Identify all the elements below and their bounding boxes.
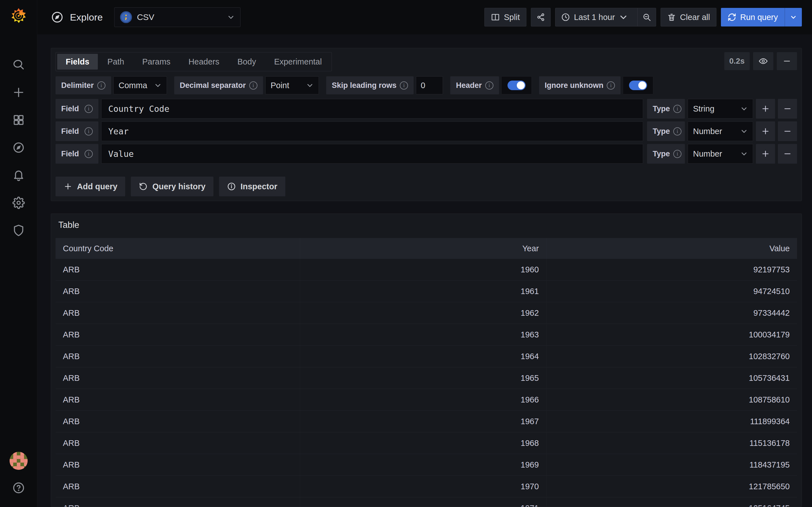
split-button[interactable]: Split <box>485 8 526 26</box>
plus-icon <box>761 127 770 136</box>
table-row: ARB196092197753 <box>56 259 797 281</box>
grafana-logo[interactable] <box>10 7 28 25</box>
table-row: ARB196297334442 <box>56 302 797 324</box>
table-cell: 1969 <box>300 454 546 475</box>
table-cell: 125164745 <box>546 497 797 507</box>
configuration-gear-icon[interactable] <box>12 196 26 210</box>
explore-content: FieldsPathParamsHeadersBodyExperimental … <box>37 34 812 507</box>
field-name-input[interactable] <box>101 144 643 164</box>
inspector-button[interactable]: Inspector <box>219 177 285 196</box>
type-label: Type <box>647 121 685 141</box>
collapse-query-button[interactable] <box>777 52 797 70</box>
column-header-country-code[interactable]: Country Code <box>56 238 300 259</box>
explore-compass-icon[interactable] <box>12 141 26 154</box>
header-toggle[interactable] <box>501 76 532 94</box>
decimal-separator-select[interactable]: Point <box>265 76 319 94</box>
info-icon <box>607 81 615 90</box>
zoom-out-time-button[interactable] <box>638 8 656 26</box>
field-type-select[interactable]: Number <box>688 121 753 141</box>
delimiter-select[interactable]: Comma <box>113 76 167 94</box>
minus-icon <box>782 57 792 66</box>
remove-field-button[interactable] <box>778 99 797 119</box>
run-query-options-button[interactable] <box>784 8 802 26</box>
tab-params[interactable]: Params <box>134 54 179 69</box>
table-cell: 111899364 <box>546 411 797 432</box>
table-cell: ARB <box>56 389 300 410</box>
add-field-button[interactable] <box>756 121 775 141</box>
tab-fields[interactable]: Fields <box>57 54 98 69</box>
table-cell: 1967 <box>300 411 546 432</box>
chevron-down-icon <box>306 82 313 89</box>
field-name-input[interactable] <box>101 99 643 119</box>
table-cell: 1964 <box>300 346 546 367</box>
skip-leading-rows-label: Skip leading rows <box>326 76 414 94</box>
info-icon <box>673 127 681 135</box>
page-title: Explore <box>70 12 103 23</box>
field-row: Field Type Number <box>56 144 797 164</box>
user-avatar[interactable] <box>10 452 28 470</box>
remove-field-button[interactable] <box>778 121 797 141</box>
minus-icon <box>783 149 792 158</box>
create-plus-icon[interactable] <box>12 86 26 99</box>
table-cell: 1971 <box>300 497 546 507</box>
plus-icon <box>761 104 770 113</box>
table-header-row: Country CodeYearValue <box>56 238 797 259</box>
table-row: ARB1970121785650 <box>56 476 797 497</box>
field-row: Field Type Number <box>56 121 797 141</box>
clock-icon <box>561 13 570 22</box>
field-type-select[interactable]: Number <box>688 144 753 164</box>
type-label: Type <box>647 99 685 119</box>
clear-all-button[interactable]: Clear all <box>661 8 716 26</box>
query-tools: 0.2s <box>724 52 797 70</box>
table-cell: 105736431 <box>546 367 797 389</box>
clear-all-label: Clear all <box>680 13 710 22</box>
tab-experimental[interactable]: Experimental <box>266 54 330 69</box>
share-button[interactable] <box>531 8 551 26</box>
app-root: Explore ; CSV Split Las <box>0 0 812 507</box>
chevron-down-icon <box>741 105 748 112</box>
query-duration-badge: 0.2s <box>724 52 750 70</box>
table-row: ARB1965105736431 <box>56 367 797 389</box>
info-circle-icon <box>227 182 236 191</box>
help-icon[interactable] <box>12 481 26 495</box>
alerting-bell-icon[interactable] <box>12 168 26 182</box>
table-cell: 1970 <box>300 476 546 497</box>
field-row: Field Type String <box>56 99 797 119</box>
topbar: Explore ; CSV Split Las <box>37 0 812 34</box>
tab-headers[interactable]: Headers <box>180 54 228 69</box>
remove-field-button[interactable] <box>778 144 797 164</box>
chevron-down-icon <box>619 13 628 22</box>
table-cell: ARB <box>56 411 300 432</box>
column-header-year[interactable]: Year <box>300 238 546 259</box>
add-field-button[interactable] <box>756 144 775 164</box>
tab-path[interactable]: Path <box>99 54 133 69</box>
info-icon <box>85 127 93 135</box>
datasource-picker[interactable]: ; CSV <box>114 7 241 27</box>
field-type-select[interactable]: String <box>688 99 753 119</box>
eye-icon <box>759 57 768 66</box>
hide-response-button[interactable] <box>753 52 773 70</box>
server-admin-shield-icon[interactable] <box>12 224 26 237</box>
column-header-value[interactable]: Value <box>546 238 797 259</box>
minus-icon <box>783 104 792 113</box>
add-field-button[interactable] <box>756 99 775 119</box>
info-icon <box>400 81 408 90</box>
query-history-button[interactable]: Query history <box>131 177 213 196</box>
table-cell: 102832760 <box>546 346 797 367</box>
history-icon <box>139 182 148 191</box>
search-icon[interactable] <box>12 58 26 71</box>
table-cell: ARB <box>56 432 300 454</box>
field-rows: Field Type String <box>56 99 797 164</box>
field-name-input[interactable] <box>101 121 643 141</box>
tab-body[interactable]: Body <box>229 54 264 69</box>
run-query-button[interactable]: Run query <box>721 8 784 26</box>
info-icon <box>85 150 93 158</box>
info-icon <box>673 105 681 113</box>
table-cell: ARB <box>56 454 300 475</box>
ignore-unknown-toggle[interactable] <box>623 76 653 94</box>
info-icon <box>485 81 493 90</box>
add-query-button[interactable]: Add query <box>56 177 125 196</box>
dashboards-icon[interactable] <box>12 113 26 127</box>
skip-leading-rows-input[interactable] <box>416 76 443 94</box>
time-range-button[interactable]: Last 1 hour <box>555 8 633 26</box>
